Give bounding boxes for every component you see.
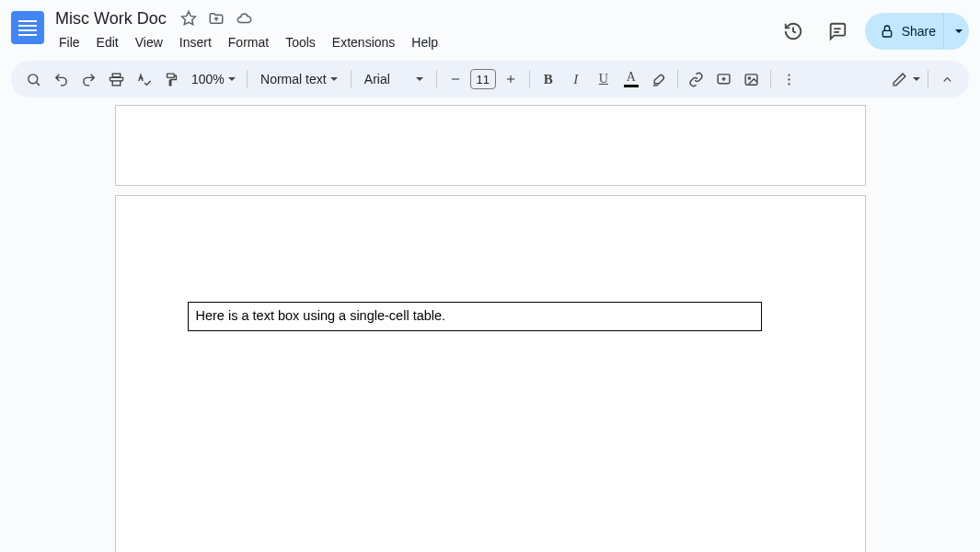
chevron-down-icon	[228, 77, 236, 81]
page-2[interactable]: Here is a text box using a single-cell t…	[115, 195, 866, 552]
separator	[247, 70, 248, 88]
comment-icon[interactable]	[821, 15, 854, 48]
increase-font-size-icon[interactable]	[498, 66, 524, 92]
document-title[interactable]: Misc Work Doc	[52, 9, 170, 29]
font-value: Arial	[364, 72, 390, 86]
svg-rect-6	[112, 74, 121, 77]
history-icon[interactable]	[777, 15, 810, 48]
share-label: Share	[902, 24, 936, 39]
single-cell-table-textbox[interactable]: Here is a text box using a single-cell t…	[188, 302, 762, 331]
svg-rect-3	[882, 30, 891, 37]
menu-file[interactable]: File	[52, 31, 87, 53]
add-comment-icon[interactable]	[711, 66, 737, 92]
bold-button[interactable]: B	[536, 66, 561, 92]
menu-help[interactable]: Help	[404, 31, 445, 53]
svg-marker-0	[181, 12, 195, 25]
spellcheck-icon[interactable]	[131, 66, 156, 92]
italic-button[interactable]: I	[563, 66, 589, 92]
search-icon[interactable]	[20, 66, 46, 92]
share-dropdown-icon[interactable]	[943, 13, 969, 50]
zoom-value: 100%	[191, 72, 225, 86]
svg-point-16	[749, 77, 751, 79]
collapse-toolbar-icon[interactable]	[934, 66, 960, 92]
separator	[529, 70, 530, 88]
zoom-select[interactable]: 100%	[186, 66, 241, 92]
more-options-icon[interactable]	[777, 66, 802, 92]
chevron-down-icon	[913, 77, 920, 81]
docs-logo[interactable]	[11, 11, 44, 44]
separator	[770, 70, 771, 88]
font-family-select[interactable]: Arial	[357, 66, 431, 92]
style-value: Normal text	[260, 72, 327, 86]
redo-icon[interactable]	[75, 66, 101, 92]
chevron-down-icon	[416, 77, 423, 81]
insert-image-icon[interactable]	[739, 66, 765, 92]
text-color-button[interactable]: A	[618, 66, 644, 92]
menu-tools[interactable]: Tools	[278, 31, 323, 53]
share-button[interactable]: Share	[865, 13, 969, 50]
menu-format[interactable]: Format	[221, 31, 276, 53]
paint-format-icon[interactable]	[158, 66, 184, 92]
cloud-status-icon[interactable]	[235, 9, 253, 28]
page-1[interactable]	[115, 105, 866, 186]
paragraph-style-select[interactable]: Normal text	[253, 66, 345, 92]
highlight-color-button[interactable]	[646, 66, 672, 92]
insert-link-icon[interactable]	[684, 66, 709, 92]
app-header: Misc Work Doc File Edit View Insert Form…	[0, 0, 980, 53]
svg-line-5	[36, 82, 39, 85]
print-icon[interactable]	[103, 66, 129, 92]
underline-button[interactable]: U	[591, 66, 617, 92]
svg-rect-7	[112, 80, 121, 85]
separator	[928, 70, 928, 88]
separator	[436, 70, 437, 88]
chevron-down-icon	[330, 77, 338, 81]
lock-icon	[880, 24, 894, 39]
decrease-font-size-icon[interactable]	[443, 66, 468, 92]
separator	[677, 70, 678, 88]
menu-edit[interactable]: Edit	[89, 31, 126, 53]
svg-point-18	[789, 78, 790, 80]
svg-rect-8	[167, 74, 174, 77]
document-canvas[interactable]: Here is a text box using a single-cell t…	[0, 105, 980, 552]
separator	[351, 70, 352, 88]
folder-move-icon[interactable]	[207, 9, 225, 28]
menu-extensions[interactable]: Extensions	[325, 31, 402, 53]
menu-insert[interactable]: Insert	[172, 31, 219, 53]
font-size-input[interactable]: 11	[470, 69, 496, 89]
svg-point-17	[789, 74, 790, 75]
menu-view[interactable]: View	[128, 31, 170, 53]
star-icon[interactable]	[179, 9, 198, 28]
editing-mode-button[interactable]	[890, 66, 922, 92]
svg-point-4	[28, 74, 37, 83]
toolbar: 100% Normal text Arial 11 B I	[11, 61, 969, 98]
undo-icon[interactable]	[48, 66, 74, 92]
menu-bar: File Edit View Insert Format Tools Exten…	[52, 31, 769, 53]
svg-point-19	[789, 83, 790, 85]
